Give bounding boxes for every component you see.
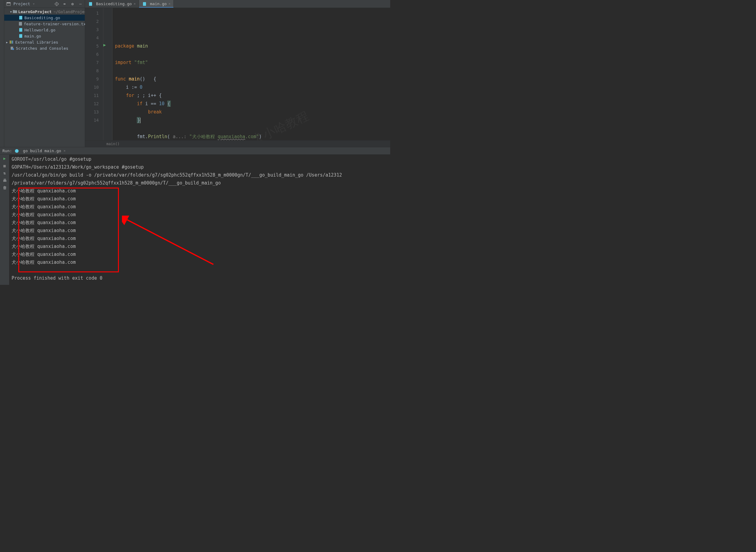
console-line: 犬小哈教程 quanxiaoha.com (12, 187, 388, 195)
go-file-icon (18, 27, 23, 32)
locate-icon[interactable] (54, 2, 59, 6)
editor-tab[interactable]: main.go× (139, 0, 174, 8)
line-number[interactable]: 1 (85, 9, 103, 17)
tree-root-path: ~/GolandProject (53, 9, 89, 14)
tree-label: External Libraries (15, 40, 58, 44)
line-number[interactable]: 6 (85, 50, 103, 58)
go-file-icon (88, 2, 93, 6)
line-number[interactable]: 7 (85, 58, 103, 67)
project-tree: ▾ LearnGoProject ~/GolandProject Basiced… (4, 8, 85, 147)
tree-file[interactable]: feature-trainer-version.txt (4, 21, 85, 27)
line-number[interactable]: 8 (85, 67, 103, 75)
console-output[interactable]: GOROOT=/usr/local/go #gosetupGOPATH=/Use… (9, 155, 390, 285)
console-line: Process finished with exit code 0 (12, 274, 388, 282)
libraries-icon (9, 40, 14, 44)
code-line: break (115, 108, 390, 116)
tree-file[interactable]: Basicediting.go (4, 15, 85, 21)
gear-icon[interactable]: ✿ (70, 2, 75, 6)
code-line (115, 124, 390, 133)
filter-icon[interactable]: ⇅ (2, 170, 7, 175)
editor-tab[interactable]: Basicediting.go× (85, 0, 139, 8)
gutter-marker: ▶ (103, 41, 112, 49)
go-file-icon (18, 33, 23, 38)
svg-rect-9 (19, 22, 22, 26)
svg-point-19 (15, 149, 19, 153)
line-number[interactable]: 2 (85, 17, 103, 26)
txt-file-icon (18, 21, 23, 26)
close-icon[interactable]: × (64, 149, 66, 153)
editor-area: Basicediting.go×main.go× 123456789101112… (85, 0, 390, 147)
line-number[interactable]: 5 (85, 42, 103, 50)
line-number[interactable]: 3 (85, 26, 103, 34)
line-number[interactable]: 11 (85, 92, 103, 100)
chevron-down-icon: ▾ (10, 10, 12, 13)
stop-icon[interactable]: ■ (2, 163, 7, 168)
gutter-marker (103, 49, 112, 57)
svg-rect-17 (89, 2, 92, 6)
gutter-marker (103, 74, 112, 82)
file-name: Basicediting.go (24, 16, 60, 20)
gutter-marker (103, 115, 112, 123)
delete-icon[interactable]: 🗑 (2, 185, 7, 190)
gutter-marker (103, 57, 112, 65)
run-config-name[interactable]: go build main.go (23, 148, 61, 153)
tree-external-libs[interactable]: ▸ External Libraries (4, 39, 85, 45)
tab-label: main.go (150, 2, 167, 6)
close-icon[interactable]: × (134, 2, 136, 6)
tree-scratches[interactable]: Scratches and Consoles (4, 45, 85, 51)
editor-body: 1234567891011121314 ▶ package main impor… (85, 8, 390, 140)
line-number[interactable]: 12 (85, 100, 103, 108)
console-line: 犬小哈教程 quanxiaoha.com (12, 203, 388, 211)
close-icon[interactable]: × (169, 2, 171, 6)
hide-icon[interactable]: — (78, 2, 83, 6)
svg-rect-1 (7, 2, 10, 3)
gutter-marker (103, 90, 112, 99)
console-line: 犬小哈教程 quanxiaoha.com (12, 243, 388, 250)
breadcrumb[interactable]: main() (85, 140, 390, 147)
line-number[interactable]: 10 (85, 83, 103, 92)
project-panel-header: Project ▾ ⇹ ✿ — (4, 0, 85, 8)
gutter-marker (103, 65, 112, 74)
file-name: feature-trainer-version.txt (24, 22, 88, 26)
gutter-marker (103, 107, 112, 115)
svg-rect-8 (19, 16, 22, 19)
console-line: 犬小哈教程 quanxiaoha.com (12, 227, 388, 235)
console-line (12, 266, 388, 274)
console-line: GOPATH=/Users/a123123/Work/go_workspace … (12, 163, 388, 171)
svg-rect-13 (11, 40, 12, 44)
folder-icon (13, 9, 17, 14)
code-line: package main (115, 42, 390, 50)
tree-root-name: LearnGoProject (18, 9, 52, 14)
project-icon (6, 2, 11, 6)
line-number[interactable]: 4 (85, 34, 103, 42)
code-line: func main() { (115, 75, 390, 83)
code-line: import "fmt" (115, 58, 390, 67)
code-area[interactable]: package main import "fmt" func main() { … (113, 8, 390, 140)
go-file-icon (18, 15, 23, 20)
tree-root[interactable]: ▾ LearnGoProject ~/GolandProject (4, 9, 85, 15)
tree-file[interactable]: Helloworld.go (4, 27, 85, 33)
run-label: Run: (2, 148, 12, 153)
chevron-right-icon: ▸ (5, 40, 9, 44)
tree-file[interactable]: main.go (4, 33, 85, 39)
line-number[interactable]: 9 (85, 75, 103, 83)
run-toolbar: ▶ ■ ⇅ 🖶 🗑 (0, 155, 9, 285)
console-line: 犬小哈教程 quanxiaoha.com (12, 211, 388, 219)
run-header: Run: go build main.go × (0, 147, 390, 155)
tab-label: Basicediting.go (96, 2, 132, 6)
code-line: if i == 10 { (115, 100, 390, 108)
console-line: /private/var/folders/g7/sg02phc552qffxx1… (12, 179, 388, 187)
svg-point-16 (12, 48, 14, 50)
svg-point-3 (56, 3, 57, 4)
go-file-icon (142, 2, 147, 6)
expand-icon[interactable]: ⇹ (62, 2, 67, 6)
rerun-icon[interactable]: ▶ (2, 156, 7, 161)
dropdown-icon[interactable]: ▾ (33, 2, 35, 6)
gutter-marker (103, 82, 112, 90)
gutter-marker (103, 8, 112, 16)
console-line: /usr/local/go/bin/go build -o /private/v… (12, 171, 388, 179)
print-icon[interactable]: 🖶 (2, 178, 7, 183)
console-line: 犬小哈教程 quanxiaoha.com (12, 258, 388, 266)
line-number[interactable]: 14 (85, 116, 103, 124)
line-number[interactable]: 13 (85, 108, 103, 116)
